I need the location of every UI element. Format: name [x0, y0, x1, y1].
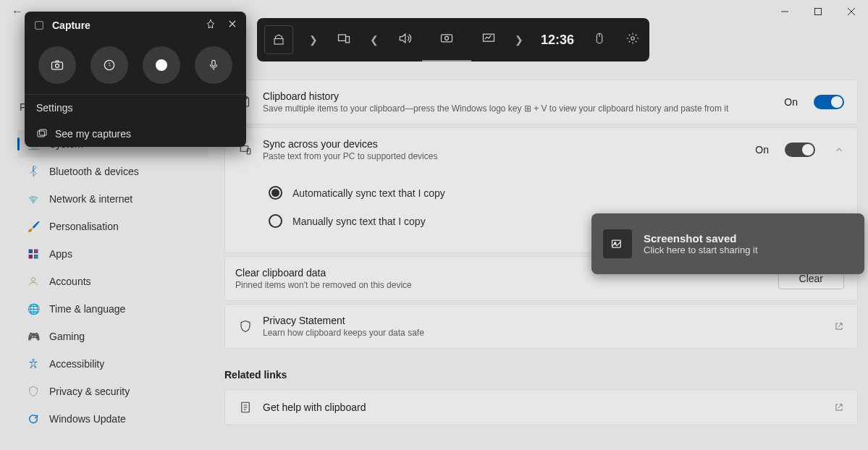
sidebar-item-update[interactable]: Windows Update — [17, 405, 208, 433]
shield-outline-icon — [238, 319, 253, 334]
privacy-subtitle: Learn how clipboard keeps your data safe — [263, 328, 815, 338]
note-icon — [238, 400, 253, 415]
back-button[interactable]: ← — [12, 5, 23, 18]
svg-rect-19 — [274, 39, 283, 45]
accessibility-icon — [26, 357, 41, 371]
sidebar-item-network[interactable]: Network & internet — [17, 185, 208, 213]
sidebar: 💻 System Bluetooth & devices Network & i… — [12, 130, 214, 433]
clipboard-history-state: On — [784, 96, 798, 108]
gamebar-time: 12:36 — [532, 33, 583, 48]
privacy-row[interactable]: Privacy Statement Learn how clipboard ke… — [224, 304, 858, 349]
close-capture-button[interactable] — [227, 19, 237, 32]
sidebar-item-gaming[interactable]: 🎮 Gaming — [17, 323, 208, 350]
capture-panel: Capture Settings See my captures — [25, 12, 246, 147]
gamebar-settings-button[interactable] — [616, 32, 649, 48]
external-link-icon — [834, 321, 844, 331]
help-row[interactable]: Get help with clipboard — [224, 389, 858, 425]
svg-point-23 — [445, 36, 449, 40]
sidebar-item-label: Privacy & security — [49, 386, 130, 397]
toast-title: Screenshot saved — [644, 232, 758, 245]
capture-settings-link[interactable]: Settings — [25, 94, 246, 121]
sidebar-item-label: Bluetooth & devices — [49, 166, 139, 177]
minimize-button[interactable] — [768, 0, 801, 23]
close-button[interactable] — [835, 0, 868, 23]
radio-icon — [269, 214, 282, 228]
toast-subtitle: Click here to start sharing it — [644, 245, 758, 255]
svg-point-14 — [56, 64, 59, 67]
svg-rect-16 — [212, 60, 216, 66]
svg-rect-21 — [346, 37, 350, 43]
sidebar-item-accessibility[interactable]: Accessibility — [17, 350, 208, 378]
sidebar-item-time[interactable]: 🌐 Time & language — [17, 295, 208, 323]
sidebar-item-label: Accessibility — [49, 358, 104, 370]
see-captures-link[interactable]: See my captures — [25, 121, 246, 147]
sidebar-item-label: Time & language — [49, 303, 125, 315]
svg-rect-20 — [339, 35, 346, 41]
sync-toggle[interactable] — [785, 143, 815, 157]
performance-button[interactable] — [471, 31, 506, 48]
capture-icon — [33, 20, 45, 31]
privacy-title: Privacy Statement — [263, 315, 815, 326]
external-link-icon — [834, 402, 844, 412]
sync-manual-label: Manually sync text that I copy — [292, 216, 426, 227]
sidebar-item-privacy[interactable]: Privacy & security — [17, 378, 208, 405]
sync-subtitle: Paste text from your PC to supported dev… — [263, 151, 745, 161]
sidebar-item-label: Accounts — [49, 276, 91, 287]
record-last-button[interactable] — [90, 46, 128, 84]
sidebar-item-label: Gaming — [49, 331, 85, 342]
mouse-button[interactable] — [583, 32, 616, 48]
see-captures-label: See my captures — [55, 128, 131, 140]
gallery-icon — [36, 128, 48, 140]
screenshot-saved-toast[interactable]: Screenshot saved Click here to start sha… — [591, 213, 864, 274]
apps-icon — [26, 247, 41, 261]
sync-row[interactable]: Sync across your devices Paste text from… — [225, 128, 857, 171]
audio-button[interactable] — [387, 31, 422, 48]
sidebar-item-label: Network & internet — [49, 193, 132, 205]
related-links-heading: Related links — [224, 369, 858, 381]
clear-subtitle: Pinned items won't be removed on this de… — [235, 280, 768, 290]
pin-button[interactable] — [206, 19, 216, 32]
sync-title: Sync across your devices — [263, 138, 745, 150]
game-bar: ❯ ❮ ❯ 12:36 — [257, 18, 649, 61]
sync-auto-option[interactable]: Automatically sync text that I copy — [269, 179, 814, 207]
gamebar-prev-icon[interactable]: ❮ — [361, 34, 387, 46]
sidebar-item-label: Apps — [49, 248, 72, 260]
clipboard-history-subtitle: Save multiple items to your clipboard—pr… — [263, 103, 774, 114]
clipboard-history-title: Clipboard history — [263, 90, 774, 102]
svg-point-5 — [31, 278, 35, 281]
help-title: Get help with clipboard — [263, 402, 815, 413]
radio-icon — [269, 186, 282, 200]
toast-thumbnail — [603, 229, 632, 258]
sync-state: On — [755, 144, 769, 156]
screenshot-button[interactable] — [38, 46, 76, 84]
svg-rect-3 — [29, 255, 33, 258]
svg-point-26 — [631, 37, 635, 41]
chevron-up-icon — [834, 145, 844, 155]
record-button[interactable] — [143, 46, 180, 84]
sidebar-item-bluetooth[interactable]: Bluetooth & devices — [17, 158, 208, 185]
person-icon — [26, 274, 41, 289]
svg-rect-18 — [40, 130, 46, 135]
update-icon — [26, 412, 41, 426]
sidebar-item-personalisation[interactable]: 🖌️ Personalisation — [17, 213, 208, 240]
bluetooth-icon — [26, 164, 41, 179]
wifi-icon — [26, 192, 41, 206]
svg-point-6 — [33, 359, 35, 361]
sidebar-item-apps[interactable]: Apps — [17, 240, 208, 268]
svg-rect-17 — [38, 131, 44, 137]
gamebar-next-icon[interactable]: ❯ — [300, 34, 326, 46]
svg-rect-4 — [34, 255, 38, 258]
svg-rect-12 — [35, 22, 43, 30]
clipboard-history-toggle[interactable] — [814, 95, 844, 109]
sidebar-item-accounts[interactable]: Accounts — [17, 268, 208, 295]
xbox-button[interactable] — [264, 25, 293, 54]
gamebar-more-icon[interactable]: ❯ — [506, 34, 532, 46]
sidebar-item-label: Personalisation — [49, 221, 119, 232]
capture-gamebar-button[interactable] — [429, 30, 464, 48]
globe-clock-icon: 🌐 — [26, 302, 41, 316]
sidebar-item-label: Windows Update — [49, 413, 126, 425]
maximize-button[interactable] — [801, 0, 835, 23]
mic-button[interactable] — [195, 46, 232, 84]
widgets-button[interactable] — [326, 31, 361, 48]
gaming-icon: 🎮 — [26, 329, 41, 344]
